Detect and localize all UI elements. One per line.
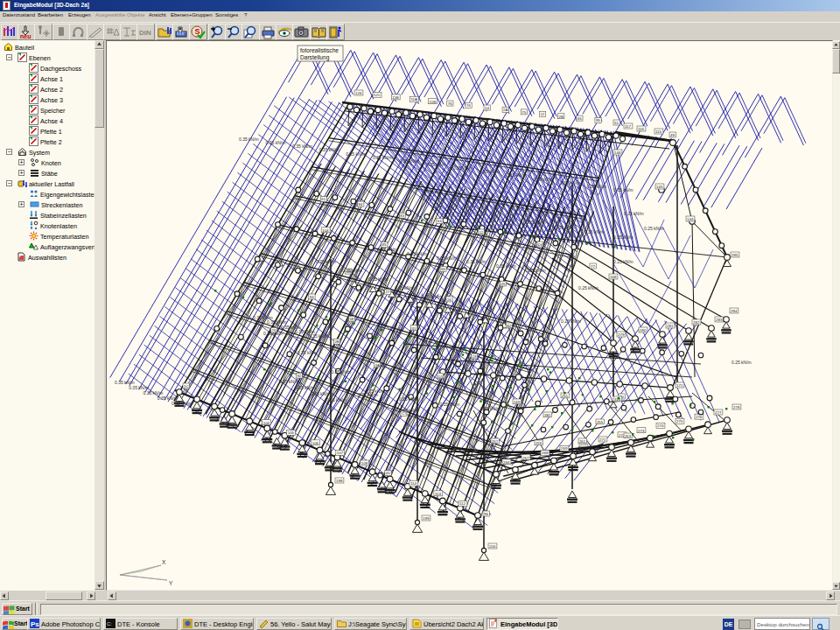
svg-text:0.25 kN/m: 0.25 kN/m: [732, 360, 752, 365]
svg-text:83: 83: [400, 214, 404, 218]
svg-text:145: 145: [656, 185, 663, 189]
svg-text:58: 58: [350, 317, 354, 321]
svg-text:269: 269: [561, 446, 568, 451]
svg-text:12: 12: [479, 230, 483, 234]
svg-text:Y: Y: [169, 580, 173, 586]
svg-text:0.35 kN/m: 0.35 kN/m: [560, 180, 580, 186]
svg-text:285: 285: [732, 253, 738, 257]
svg-text:49: 49: [670, 133, 675, 137]
svg-text:0.35 kN/m: 0.35 kN/m: [319, 147, 340, 152]
svg-text:0.35 kN/m: 0.35 kN/m: [586, 184, 606, 189]
svg-text:DIN: DIN: [139, 29, 151, 37]
svg-text:C:: C:: [107, 621, 112, 626]
svg-text:0.35 kN/m: 0.35 kN/m: [358, 392, 378, 397]
svg-text:neu: neu: [20, 33, 31, 39]
svg-text:104: 104: [263, 421, 270, 425]
svg-text:112: 112: [459, 501, 466, 506]
svg-text:0.35 kN/m: 0.35 kN/m: [395, 285, 415, 290]
svg-text:0.35 kN/m: 0.35 kN/m: [613, 234, 634, 240]
svg-text:277: 277: [715, 410, 722, 415]
svg-text:114: 114: [410, 481, 417, 486]
svg-text:0.35 kN/m: 0.35 kN/m: [399, 408, 419, 413]
svg-text:146: 146: [614, 150, 621, 155]
svg-text:D4: D4: [538, 242, 543, 247]
svg-text:0.35 kN/m: 0.35 kN/m: [426, 162, 446, 167]
svg-text:0.35 kN/m: 0.35 kN/m: [377, 247, 397, 252]
svg-text:283: 283: [716, 318, 723, 322]
svg-text:259: 259: [536, 441, 542, 445]
svg-text:31: 31: [412, 326, 416, 331]
svg-text:0.25 kN/m: 0.25 kN/m: [624, 211, 644, 216]
svg-text:0.35 kN/m: 0.35 kN/m: [292, 144, 312, 149]
svg-text:64: 64: [438, 219, 442, 223]
svg-text:107: 107: [337, 451, 344, 455]
svg-text:267: 267: [522, 456, 529, 460]
svg-text:0.35 kN/m: 0.35 kN/m: [555, 225, 575, 230]
svg-text:12C: 12C: [374, 93, 381, 97]
svg-text:273: 273: [638, 429, 645, 433]
svg-text:0.35 kN/m: 0.35 kN/m: [295, 385, 315, 390]
svg-text:0.35 kN/m: 0.35 kN/m: [613, 187, 634, 192]
svg-text:0.35 kN/m: 0.35 kN/m: [266, 140, 286, 145]
svg-text:171: 171: [676, 383, 683, 388]
svg-text:14: 14: [485, 106, 489, 110]
svg-text:12: 12: [540, 112, 544, 116]
svg-text:Ps: Ps: [31, 620, 39, 628]
svg-text:76: 76: [448, 102, 452, 106]
svg-text:278: 278: [733, 405, 740, 410]
svg-text:0.35 kN/m: 0.35 kN/m: [453, 165, 473, 171]
svg-text:0.35 kN/m: 0.35 kN/m: [439, 402, 459, 407]
svg-text:27: 27: [386, 290, 390, 294]
svg-text:45: 45: [501, 282, 506, 286]
svg-text:Darstellung: Darstellung: [300, 54, 330, 61]
svg-text:65: 65: [578, 116, 582, 121]
svg-text:0.35 kN/m: 0.35 kN/m: [399, 158, 419, 164]
svg-text:75: 75: [522, 110, 526, 115]
svg-text:266: 266: [503, 460, 510, 465]
svg-text:0.35 kN/m: 0.35 kN/m: [172, 401, 192, 406]
svg-text:0.35 kN/m: 0.35 kN/m: [533, 177, 553, 182]
svg-text:0.35 kN/m: 0.35 kN/m: [480, 406, 500, 411]
svg-text:284: 284: [731, 309, 738, 313]
svg-text:0.35 kN/m: 0.35 kN/m: [311, 391, 331, 396]
svg-text:0.35 kN/m: 0.35 kN/m: [466, 259, 486, 264]
svg-text:108: 108: [361, 461, 368, 466]
svg-text:198: 198: [336, 479, 343, 483]
svg-text:0.25 kN/m: 0.25 kN/m: [561, 318, 581, 324]
svg-text:0.35 kN/m: 0.35 kN/m: [279, 379, 299, 384]
svg-text:0.25 kN/m: 0.25 kN/m: [578, 285, 598, 290]
svg-text:199: 199: [423, 516, 430, 521]
svg-text:0.35 kN/m: 0.35 kN/m: [263, 331, 284, 336]
svg-text:0.35 kN/m: 0.35 kN/m: [399, 396, 419, 402]
svg-text:61: 61: [321, 197, 326, 201]
svg-text:96: 96: [441, 267, 445, 271]
svg-text:11A: 11A: [410, 97, 417, 102]
svg-text:2A: 2A: [503, 108, 508, 112]
svg-text:0.35 kN/m: 0.35 kN/m: [373, 155, 393, 160]
svg-text:282: 282: [693, 320, 700, 325]
svg-text:0.35 kN/m: 0.35 kN/m: [437, 256, 457, 261]
svg-text:275: 275: [676, 419, 683, 424]
svg-text:168: 168: [610, 275, 617, 279]
svg-text:0.35 kN/m: 0.35 kN/m: [584, 229, 605, 234]
svg-text:0.35 kN/m: 0.35 kN/m: [239, 136, 259, 142]
svg-text:74: 74: [466, 103, 471, 108]
svg-text:1B1: 1B1: [544, 413, 551, 417]
svg-text:274: 274: [657, 424, 664, 428]
svg-text:19: 19: [472, 354, 477, 359]
svg-text:200: 200: [489, 544, 496, 549]
svg-text:113: 113: [435, 492, 442, 496]
svg-text:2B: 2B: [334, 340, 339, 344]
svg-text:0.35 kN/m: 0.35 kN/m: [507, 172, 527, 178]
svg-text:11B: 11B: [430, 100, 437, 104]
svg-text:94: 94: [310, 295, 314, 299]
svg-text:115: 115: [655, 130, 662, 134]
svg-text:3A: 3A: [375, 363, 380, 368]
svg-text:0.35 kN/m: 0.35 kN/m: [332, 369, 352, 374]
svg-text:0.35 kN/m: 0.35 kN/m: [342, 268, 362, 273]
svg-text:11B: 11B: [392, 95, 399, 100]
svg-text:0.35 kN/m: 0.35 kN/m: [407, 251, 427, 256]
svg-text:84: 84: [359, 202, 363, 206]
svg-text:0.35 kN/m: 0.35 kN/m: [316, 259, 336, 264]
svg-text:41: 41: [386, 471, 390, 475]
